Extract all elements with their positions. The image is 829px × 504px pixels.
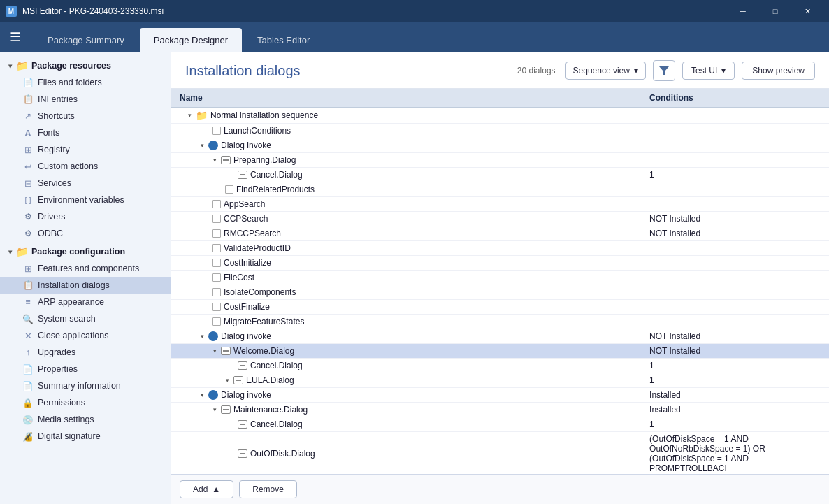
row-conditions: Installed: [641, 388, 829, 403]
drivers-icon: ⚙: [22, 211, 34, 222]
sidebar-item-media-settings[interactable]: 💿 Media settings: [0, 411, 171, 428]
svg-marker-0: [659, 66, 669, 75]
row-chevron[interactable]: ▾: [213, 347, 217, 354]
table-row[interactable]: Cancel.Dialog 1: [171, 359, 829, 373]
row-name: IsolateComponents: [224, 287, 296, 297]
table-row[interactable]: CostFinalize: [171, 300, 829, 315]
table-row[interactable]: MigrateFeatureStates: [171, 315, 829, 329]
sidebar-item-properties[interactable]: 📄 Properties: [0, 361, 171, 377]
shortcuts-icon: ↗: [22, 110, 34, 122]
sidebar: ▾ 📁 Package resources 📄 Files and folder…: [0, 52, 171, 504]
hamburger-menu[interactable]: ☰: [6, 24, 25, 50]
title-bar: M MSI Editor - PKG-240403-233330.msi ─ □…: [0, 0, 829, 22]
table-row[interactable]: ▾ EULA.Dialog 1: [171, 373, 829, 388]
small-square-icon: [212, 273, 221, 282]
row-chevron[interactable]: ▾: [226, 377, 229, 384]
table-row[interactable]: ▾ 📁 Normal installation sequence: [171, 108, 829, 124]
tab-tables-editor[interactable]: Tables Editor: [243, 28, 324, 52]
sequence-view-dropdown[interactable]: Sequence view ▾: [565, 62, 646, 80]
sidebar-item-system-search[interactable]: 🔍 System search: [0, 310, 171, 327]
row-chevron[interactable]: ▾: [201, 142, 204, 149]
table-row[interactable]: AppSearch: [171, 197, 829, 212]
table-row[interactable]: Cancel.Dialog 1: [171, 168, 829, 182]
sidebar-item-registry[interactable]: ⊞ Registry: [0, 141, 171, 158]
close-button[interactable]: ✕: [791, 0, 823, 22]
table-row[interactable]: CostInitialize: [171, 256, 829, 271]
filter-icon: [658, 65, 670, 76]
circle-icon: [208, 331, 218, 341]
table-row[interactable]: LaunchConditions: [171, 124, 829, 138]
test-ui-button[interactable]: Test UI ▾: [682, 62, 735, 80]
close-apps-icon: ✕: [22, 330, 34, 341]
table-row[interactable]: FileCost: [171, 271, 829, 285]
summary-icon: 📄: [22, 380, 34, 391]
sidebar-item-files-and-folders[interactable]: 📄 Files and folders: [0, 74, 171, 91]
sidebar-section-resources: ▾ 📁 Package resources 📄 Files and folder…: [0, 57, 171, 242]
table-row[interactable]: ▾ Dialog invoke: [171, 138, 829, 153]
sidebar-header-resources[interactable]: ▾ 📁 Package resources: [0, 57, 171, 74]
tab-package-summary[interactable]: Package Summary: [34, 28, 138, 52]
row-chevron[interactable]: ▾: [213, 406, 217, 413]
row-conditions: 1: [641, 417, 829, 432]
add-button[interactable]: Add ▲: [180, 480, 233, 498]
table-row[interactable]: Cancel.Dialog 1: [171, 417, 829, 432]
col-header-name: Name: [171, 89, 641, 108]
table-row[interactable]: ▾ Dialog invoke Installed: [171, 388, 829, 403]
sidebar-item-arp-appearance[interactable]: ≡ ARP appearance: [0, 294, 171, 310]
table-row[interactable]: ▾ Maintenance.Dialog Installed: [171, 403, 829, 417]
sidebar-item-environment-variables[interactable]: [ ] Environment variables: [0, 192, 171, 208]
row-conditions: NOT Installed: [641, 329, 829, 344]
dialog-icon: [238, 361, 247, 370]
table-row[interactable]: OutOfDisk.Dialog (OutOfDiskSpace = 1 AND…: [171, 432, 829, 475]
minimize-button[interactable]: ─: [727, 0, 759, 22]
sidebar-item-odbc[interactable]: ⚙ ODBC: [0, 225, 171, 242]
sidebar-item-digital-signature[interactable]: 🔏 Digital signature: [0, 428, 171, 445]
sidebar-item-installation-dialogs[interactable]: 📋 Installation dialogs: [0, 277, 171, 294]
table-row[interactable]: IsolateComponents: [171, 285, 829, 300]
tab-bar: ☰ Package Summary Package Designer Table…: [0, 22, 829, 52]
row-name: MigrateFeatureStates: [224, 317, 304, 326]
sidebar-item-permissions[interactable]: 🔒 Permissions: [0, 394, 171, 411]
table-row[interactable]: FindRelatedProducts: [171, 182, 829, 197]
odbc-icon: ⚙: [22, 228, 34, 239]
remove-button[interactable]: Remove: [239, 480, 297, 498]
maximize-button[interactable]: □: [759, 0, 791, 22]
properties-icon: 📄: [22, 363, 34, 375]
title-bar-left: M MSI Editor - PKG-240403-233330.msi: [6, 6, 164, 17]
row-chevron[interactable]: ▾: [188, 112, 192, 119]
row-conditions: [641, 241, 829, 256]
filter-button[interactable]: [653, 60, 675, 81]
sidebar-item-ini-entries[interactable]: 📋 INI entries: [0, 91, 171, 108]
sidebar-item-services[interactable]: ⊟ Services: [0, 175, 171, 192]
sidebar-item-close-applications[interactable]: ✕ Close applications: [0, 327, 171, 344]
sidebar-item-summary-information[interactable]: 📄 Summary information: [0, 377, 171, 394]
table-row[interactable]: ▾ Preparing.Dialog: [171, 153, 829, 168]
row-name: OutOfDisk.Dialog: [250, 449, 315, 459]
services-icon: ⊟: [22, 178, 34, 189]
sidebar-item-drivers[interactable]: ⚙ Drivers: [0, 208, 171, 225]
table-row[interactable]: RMCCPSearch NOT Installed: [171, 226, 829, 241]
env-icon: [ ]: [22, 194, 34, 206]
row-chevron[interactable]: ▾: [201, 391, 204, 398]
sidebar-item-features-and-components[interactable]: ⊞ Features and components: [0, 260, 171, 277]
table-row[interactable]: ValidateProductID: [171, 241, 829, 256]
table-row[interactable]: CCPSearch NOT Installed: [171, 212, 829, 226]
sidebar-item-custom-actions[interactable]: ↩ Custom actions: [0, 158, 171, 175]
row-chevron[interactable]: ▾: [213, 157, 217, 164]
window-controls: ─ □ ✕: [727, 0, 823, 22]
sidebar-header-configuration[interactable]: ▾ 📁 Package configuration: [0, 243, 171, 260]
show-preview-button[interactable]: Show preview: [742, 62, 815, 80]
dialogs-table-container[interactable]: Name Conditions ▾ 📁 Normal installation …: [171, 89, 829, 474]
small-square-icon: [212, 200, 221, 208]
small-square-icon: [212, 215, 221, 223]
table-row[interactable]: ▾ Dialog invoke NOT Installed: [171, 329, 829, 344]
sidebar-item-shortcuts[interactable]: ↗ Shortcuts: [0, 108, 171, 124]
row-name: CostInitialize: [224, 258, 271, 268]
row-name: FileCost: [224, 273, 254, 282]
table-row[interactable]: ▾ Welcome.Dialog NOT Installed: [171, 344, 829, 359]
sidebar-item-upgrades[interactable]: ↑ Upgrades: [0, 344, 171, 361]
row-chevron[interactable]: ▾: [201, 333, 204, 340]
small-square-icon: [212, 303, 221, 311]
sidebar-item-fonts[interactable]: A Fonts: [0, 124, 171, 141]
tab-package-designer[interactable]: Package Designer: [140, 28, 242, 52]
